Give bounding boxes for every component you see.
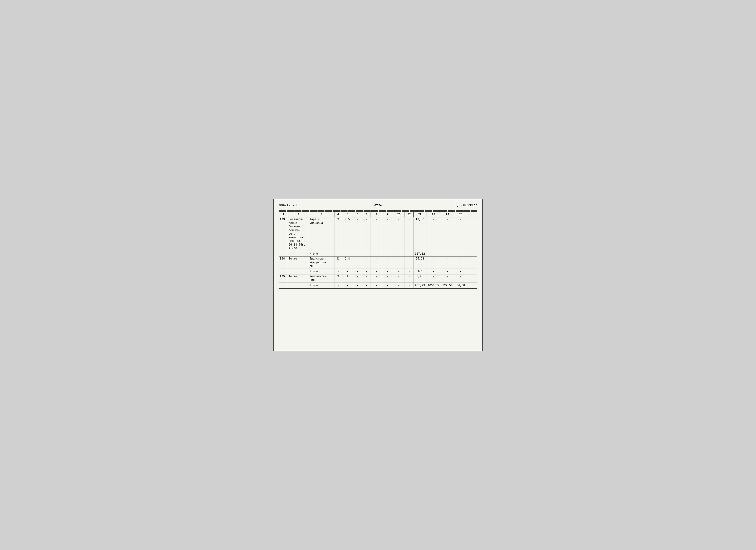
row-col6-105: -: [353, 274, 362, 283]
section-104: I04 То же Транспорт- ные расхо- ды % 2,8…: [279, 257, 477, 274]
page-header: 904-I-57.85 -215- ЦНВ №8919/7: [279, 203, 477, 207]
col-header-2: 2: [288, 212, 309, 217]
table-row: I05 То же Комплекта- ция % I - - - - - -…: [279, 274, 477, 283]
main-table: I 2 3 4 5 6 7 8 9 IO II I2 I3 I4 I5 I03 …: [279, 210, 477, 289]
section-103: I03 Постанов- ление Госком- пен Со- вета…: [279, 217, 477, 257]
row-id-104: I04: [279, 257, 288, 269]
itogo-c5-103: -: [342, 251, 353, 256]
itogo-c9-103: -: [382, 251, 393, 256]
itogo-c10-104: -: [393, 269, 405, 274]
itogo-c13-105: I054,77: [426, 283, 441, 288]
itogo-c12-105: 95I,93: [414, 283, 426, 288]
itogo-c14-103: -: [441, 251, 454, 256]
itogo-c1-104: [279, 269, 288, 274]
itogo-c14-104: -: [441, 269, 454, 274]
itogo-c10-103: -: [393, 251, 405, 256]
page-number-center: -215-: [373, 203, 383, 207]
col-header-6: 6: [353, 212, 362, 217]
itogo-c8-105: -: [371, 283, 382, 288]
row-col10-104: -: [393, 257, 405, 269]
row-col4-103: %: [334, 217, 342, 251]
itogo-c2-104: [288, 269, 309, 274]
itogo-c7-105: -: [362, 283, 371, 288]
itogo-c7-104: -: [362, 269, 371, 274]
row-col5-105: I: [342, 274, 353, 283]
row-col5-104: 2,8: [342, 257, 353, 269]
itogo-c9-104: -: [382, 269, 393, 274]
row-col9-103: -: [382, 217, 393, 251]
row-col8-105: -: [371, 274, 382, 283]
row-col5-103: I,5: [342, 217, 353, 251]
row-col8-103: -: [371, 217, 382, 251]
col-header-11: II: [405, 212, 414, 217]
row-id-103: I03: [279, 217, 288, 251]
doc-number-left: 904-I-57.85: [279, 203, 300, 207]
doc-number-right: ЦНВ №8919/7: [456, 203, 477, 207]
itogo-c5-104: -: [342, 269, 353, 274]
itogo-row-103: Итого - - - - - - - - 9I7,32 - - -: [279, 251, 477, 256]
row-col12-105: 8,93: [414, 274, 426, 283]
itogo-c2-103: [288, 251, 309, 256]
row-col9-104: -: [382, 257, 393, 269]
row-col6-104: -: [353, 257, 362, 269]
itogo-c6-103: -: [353, 251, 362, 256]
row-col15-105: -: [454, 274, 467, 283]
itogo-c7-103: -: [362, 251, 371, 256]
col-header-4: 4: [334, 212, 342, 217]
itogo-c1-103: [279, 251, 288, 256]
table-row: I04 То же Транспорт- ные расхо- ды % 2,8…: [279, 257, 477, 269]
row-col13-105: -: [426, 274, 441, 283]
row-col7-105: -: [362, 274, 371, 283]
row-col2-104: То же: [288, 257, 309, 269]
row-col9-105: -: [382, 274, 393, 283]
itogo-c8-104: -: [371, 269, 382, 274]
section-105: I05 То же Комплекта- ция % I - - - - - -…: [279, 274, 477, 288]
col-header-8: 8: [371, 212, 382, 217]
row-col7-103: -: [362, 217, 371, 251]
col-header-1: I: [279, 212, 288, 217]
row-col14-104: -: [441, 257, 454, 269]
col-header-9: 9: [382, 212, 393, 217]
row-col4-105: %: [334, 274, 342, 283]
row-col8-104: -: [371, 257, 382, 269]
col-header-7: 7: [362, 212, 371, 217]
itogo-c4-103: -: [334, 251, 342, 256]
itogo-c4-104: -: [334, 269, 342, 274]
row-col10-105: -: [393, 274, 405, 283]
itogo-c6-105: -: [353, 283, 362, 288]
row-col15-104: -: [454, 257, 467, 269]
itogo-c14-105: 329,58: [441, 283, 454, 288]
itogo-label-104: Итого: [309, 269, 334, 274]
itogo-c1-105: [279, 283, 288, 288]
row-col14-103: -: [441, 217, 454, 251]
col-header-3: 3: [309, 212, 334, 217]
itogo-c9-105: -: [382, 283, 393, 288]
table-row: I03 Постанов- ление Госком- пен Со- вета…: [279, 217, 477, 251]
col-header-14: I4: [441, 212, 454, 217]
itogo-c12-104: 943: [414, 269, 426, 274]
itogo-c4-105: -: [334, 283, 342, 288]
deco-lines: [279, 210, 477, 212]
itogo-c13-103: -: [426, 251, 441, 256]
row-col13-104: -: [426, 257, 441, 269]
itogo-c5-105: -: [342, 283, 353, 288]
row-col2-105: То же: [288, 274, 309, 283]
itogo-row-105: Итого - - - - - - - - 95I,93 I054,77 329…: [279, 283, 477, 288]
row-col12-103: I3,56: [414, 217, 426, 251]
row-col4-104: %: [334, 257, 342, 269]
itogo-c13-104: -: [426, 269, 441, 274]
itogo-c15-104: -: [454, 269, 467, 274]
row-col12-104: 25,68: [414, 257, 426, 269]
row-col14-105: -: [441, 274, 454, 283]
itogo-c12-103: 9I7,32: [414, 251, 426, 256]
itogo-c8-103: -: [371, 251, 382, 256]
page: 904-I-57.85 -215- ЦНВ №8919/7 I 2 3 4 5 …: [273, 199, 483, 351]
itogo-c15-105: 54,88: [454, 283, 467, 288]
row-id-105: I05: [279, 274, 288, 283]
itogo-c2-105: [288, 283, 309, 288]
row-col13-103: -: [426, 217, 441, 251]
row-col3-103: Тара и упаковка: [309, 217, 334, 251]
row-col11-104: -: [405, 257, 414, 269]
row-col3-105: Комплекта- ция: [309, 274, 334, 283]
itogo-label-103: Итого: [309, 251, 334, 256]
